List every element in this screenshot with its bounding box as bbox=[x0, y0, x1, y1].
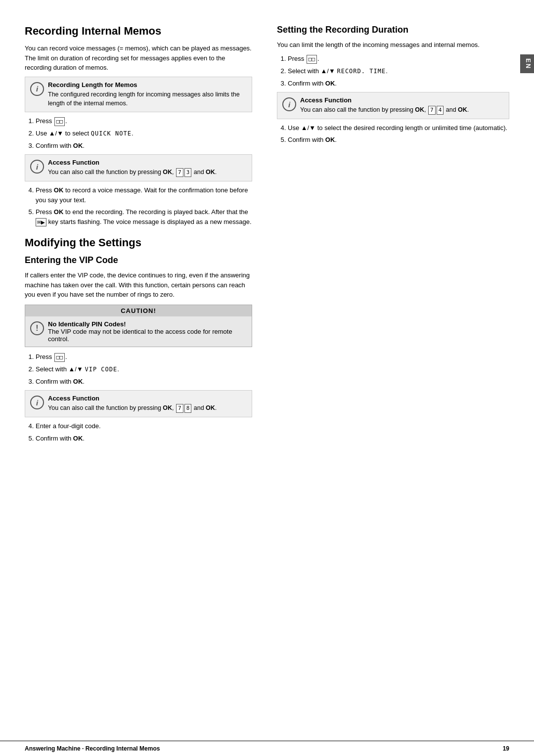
record-time-label: RECORD. TIME bbox=[337, 68, 386, 75]
ok-access-3b: OK bbox=[206, 404, 215, 411]
access-function-title-3: Access Function bbox=[48, 395, 247, 402]
steps-list-2: Press □□. Select with ▲/▼ VIP CODE. Conf… bbox=[25, 352, 252, 387]
access-function-text-2: You can also call the function by pressi… bbox=[300, 105, 504, 115]
step-1-1: Press □□. bbox=[36, 116, 252, 127]
step-r-5: Confirm with OK. bbox=[288, 135, 509, 145]
modifying-section: Modifying the Settings Entering the VIP … bbox=[25, 236, 252, 443]
recording-length-title: Recording Length for Memos bbox=[48, 81, 247, 89]
access-function-text-1: You can also call the function by pressi… bbox=[48, 168, 247, 177]
steps-list-1b: Press OK to record a voice message. Wait… bbox=[25, 185, 252, 226]
steps-list-right-b: Use ▲/▼ to select the desired recording … bbox=[277, 123, 509, 145]
ok-label-2: OK bbox=[73, 378, 83, 385]
info-icon-1: i bbox=[30, 82, 44, 96]
caution-body: ! No Identically PIN Codes! The VIP code… bbox=[25, 316, 252, 347]
section1-intro: You can record voice messages (= memos),… bbox=[25, 44, 252, 73]
key-7-1: 7 bbox=[176, 168, 183, 177]
right-column: Setting the Recording Duration You can l… bbox=[267, 15, 534, 741]
access-function-title-1: Access Function bbox=[48, 159, 247, 166]
step-r-2: Select with ▲/▼ RECORD. TIME. bbox=[288, 66, 509, 76]
caution-header: CAUTION! bbox=[25, 305, 252, 316]
ok-label-1: OK bbox=[73, 142, 83, 149]
section2-title: Modifying the Settings bbox=[25, 236, 252, 249]
caution-icon: ! bbox=[30, 321, 44, 335]
access-function-box-1: i Access Function You can also call the … bbox=[25, 154, 252, 181]
record-key-icon: ✉▶ bbox=[36, 218, 46, 226]
ok-access-1: OK bbox=[163, 169, 172, 176]
access-function-box-2: i Access Function You can also call the … bbox=[277, 92, 509, 119]
access-function-title-2: Access Function bbox=[300, 96, 504, 104]
step-r-3: Confirm with OK. bbox=[288, 79, 509, 89]
page-footer: Answering Machine · Recording Internal M… bbox=[0, 741, 534, 756]
info-icon-4: i bbox=[30, 396, 44, 409]
key-3-1: 3 bbox=[184, 168, 192, 177]
info-content-1: Recording Length for Memos The configure… bbox=[48, 81, 247, 108]
caution-title: No Identically PIN Codes! bbox=[48, 320, 247, 328]
ok-label-rb: OK bbox=[325, 136, 335, 143]
key-7-3: 7 bbox=[176, 404, 183, 413]
menu-key-2: □□ bbox=[54, 353, 65, 362]
section3-title: Entering the VIP Code bbox=[25, 255, 252, 266]
ok-access-2: OK bbox=[415, 106, 424, 113]
menu-key-1: □□ bbox=[54, 117, 65, 127]
step-r-4: Use ▲/▼ to select the desired recording … bbox=[288, 123, 509, 133]
ok-label-2b: OK bbox=[73, 435, 83, 442]
left-column: Recording Internal Memos You can record … bbox=[0, 15, 267, 741]
right-section-title: Setting the Recording Duration bbox=[277, 25, 509, 35]
recording-length-info-box: i Recording Length for Memos The configu… bbox=[25, 77, 252, 112]
vip-code-label: VIP CODE bbox=[85, 366, 117, 373]
quick-note-label: QUICK NOTE bbox=[91, 130, 132, 137]
steps-list-2b: Enter a four-digit code. Confirm with OK… bbox=[25, 421, 252, 443]
step-1-2: Use ▲/▼ to select QUICK NOTE. bbox=[36, 129, 252, 138]
content-area: Recording Internal Memos You can record … bbox=[0, 0, 534, 741]
step-2-1: Press □□. bbox=[36, 352, 252, 362]
footer-left-text: Answering Machine · Recording Internal M… bbox=[25, 745, 160, 752]
steps-list-right: Press □□. Select with ▲/▼ RECORD. TIME. … bbox=[277, 54, 509, 89]
key-8-3: 8 bbox=[184, 404, 192, 413]
ok-step4: OK bbox=[54, 186, 64, 194]
step-2-5: Confirm with OK. bbox=[36, 434, 252, 444]
access-function-box-3: i Access Function You can also call the … bbox=[25, 390, 252, 417]
access-function-text-3: You can also call the function by pressi… bbox=[48, 403, 247, 413]
ok-step5: OK bbox=[54, 208, 64, 216]
step-2-2: Select with ▲/▼ VIP CODE. bbox=[36, 364, 252, 374]
ok-label-r: OK bbox=[325, 80, 335, 87]
key-7-2: 7 bbox=[428, 106, 436, 115]
ok-access-1b: OK bbox=[206, 169, 215, 176]
ok-access-2b: OK bbox=[458, 106, 467, 113]
key-4-2: 4 bbox=[437, 106, 444, 115]
access-content-1: Access Function You can also call the fu… bbox=[48, 159, 247, 177]
caution-content: No Identically PIN Codes! The VIP code m… bbox=[48, 320, 247, 343]
en-language-tab: EN bbox=[520, 54, 534, 73]
recording-length-text: The configured recording length for inco… bbox=[48, 90, 247, 108]
access-content-3: Access Function You can also call the fu… bbox=[48, 395, 247, 413]
section1-title: Recording Internal Memos bbox=[25, 25, 252, 38]
step-2-3: Confirm with OK. bbox=[36, 377, 252, 387]
steps-list-1: Press □□. Use ▲/▼ to select QUICK NOTE. … bbox=[25, 116, 252, 151]
caution-box: CAUTION! ! No Identically PIN Codes! The… bbox=[25, 305, 252, 347]
step-1-4: Press OK to record a voice message. Wait… bbox=[36, 185, 252, 205]
access-content-2: Access Function You can also call the fu… bbox=[300, 96, 504, 115]
section3-intro: If callers enter the VIP code, the devic… bbox=[25, 270, 252, 300]
step-1-3: Confirm with OK. bbox=[36, 141, 252, 151]
info-icon-3: i bbox=[282, 97, 296, 111]
info-icon-2: i bbox=[30, 160, 44, 174]
caution-text: The VIP code may not be identical to the… bbox=[48, 328, 247, 343]
step-1-5: Press OK to end the recording. The recor… bbox=[36, 207, 252, 226]
menu-key-r: □□ bbox=[307, 55, 317, 64]
ok-access-3: OK bbox=[163, 404, 172, 411]
right-intro: You can limit the length of the incoming… bbox=[277, 40, 509, 50]
step-r-1: Press □□. bbox=[288, 54, 509, 64]
step-2-4: Enter a four-digit code. bbox=[36, 421, 252, 431]
page-wrapper: Recording Internal Memos You can record … bbox=[0, 0, 534, 756]
footer-page-number: 19 bbox=[503, 745, 509, 752]
